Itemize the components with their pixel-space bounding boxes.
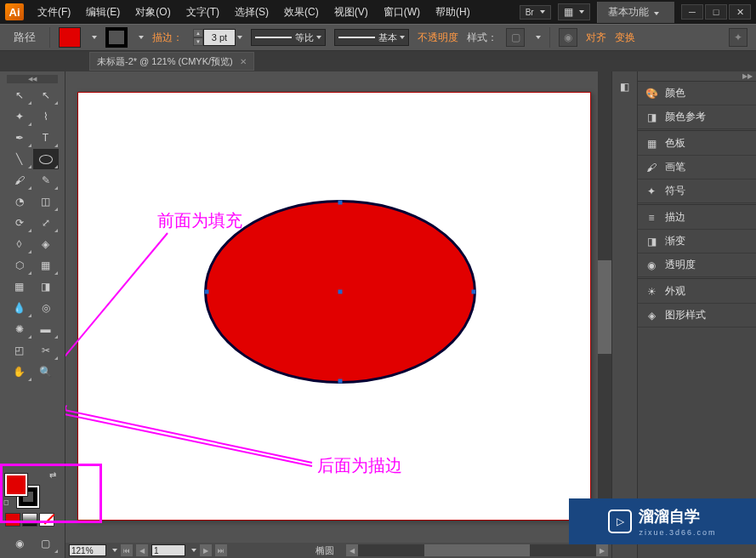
next-page[interactable]: ▶: [200, 544, 212, 556]
prev-page[interactable]: ◀: [136, 544, 148, 556]
panel-stroke[interactable]: ≡ 描边: [638, 206, 756, 230]
horizontal-scrollbar[interactable]: ◀ ▶: [346, 544, 608, 556]
chevron-down-icon[interactable]: [139, 36, 144, 39]
artboard-tool[interactable]: ◰: [7, 340, 32, 361]
menu-file[interactable]: 文件(F): [31, 2, 77, 23]
close-button[interactable]: ✕: [729, 4, 751, 20]
close-icon[interactable]: ✕: [240, 57, 247, 66]
swap-icon[interactable]: ⇄: [49, 470, 56, 480]
brush-dropdown[interactable]: 基本: [334, 29, 409, 46]
anchor-bottom[interactable]: [338, 379, 343, 384]
pencil-tool[interactable]: ✎: [33, 170, 59, 191]
panel-color[interactable]: 🎨 颜色: [638, 82, 756, 105]
style-swatch[interactable]: ▢: [506, 28, 525, 47]
transform-link[interactable]: 变换: [615, 31, 635, 45]
maximize-button[interactable]: □: [705, 4, 727, 20]
zoom-tool[interactable]: 🔍: [33, 362, 59, 382]
default-icon[interactable]: ◻: [3, 498, 9, 506]
direct-selection-tool[interactable]: ↖: [33, 85, 59, 105]
lasso-tool[interactable]: ⌇: [33, 106, 59, 127]
stroke-swatch[interactable]: [105, 27, 128, 48]
none-mode[interactable]: [39, 513, 54, 527]
mesh-tool[interactable]: ▦: [7, 276, 32, 297]
panel-graphic-styles[interactable]: ◈ 图形样式: [638, 304, 756, 327]
panel-collapse[interactable]: ▶▶: [638, 71, 756, 82]
shape-builder-tool[interactable]: ⬡: [7, 255, 32, 276]
rotate-tool[interactable]: ⟳: [7, 213, 32, 233]
scroll-left[interactable]: ◀: [346, 544, 358, 556]
menu-select[interactable]: 选择(S): [228, 2, 276, 23]
panel-appearance[interactable]: ☀ 外观: [638, 280, 756, 304]
fill-color-swatch[interactable]: [5, 474, 27, 496]
opacity-label[interactable]: 不透明度: [418, 31, 458, 45]
chevron-down-icon[interactable]: [112, 549, 117, 552]
chevron-down-icon[interactable]: [191, 549, 196, 552]
chevron-down-icon[interactable]: [92, 36, 97, 39]
canvas-area[interactable]: 前面为填充 后面为描边 ⏮ ◀ ▶ ⏭ 椭圆: [65, 71, 611, 558]
panel-color-guide[interactable]: ◨ 颜色参考: [638, 105, 756, 129]
blend-tool[interactable]: ◎: [33, 298, 59, 318]
scroll-thumb[interactable]: [598, 260, 611, 355]
arrange-dropdown[interactable]: ▦: [558, 3, 590, 20]
type-tool[interactable]: T: [33, 128, 59, 148]
anchor-left[interactable]: [205, 290, 209, 294]
first-page[interactable]: ⏮: [121, 544, 133, 556]
drawing-mode[interactable]: ◉: [7, 533, 32, 554]
menu-type[interactable]: 文字(T): [179, 2, 226, 23]
isolate-button[interactable]: ✦: [729, 28, 747, 47]
paintbrush-tool[interactable]: 🖌: [7, 170, 32, 191]
blob-brush-tool[interactable]: ◔: [7, 191, 32, 212]
last-page[interactable]: ⏭: [215, 544, 227, 556]
collapse-handle[interactable]: ◀◀: [7, 75, 58, 83]
menu-help[interactable]: 帮助(H): [429, 2, 477, 23]
stroke-width-input[interactable]: [203, 29, 236, 46]
panel-symbols[interactable]: ✦ 符号: [638, 179, 756, 203]
magic-wand-tool[interactable]: ✦: [7, 106, 32, 127]
panel-swatches[interactable]: ▦ 色板: [638, 132, 756, 156]
align-link[interactable]: 对齐: [586, 31, 606, 45]
panel-gradient[interactable]: ◨ 渐变: [638, 230, 756, 253]
gradient-mode[interactable]: [22, 513, 37, 527]
scroll-thumb[interactable]: [424, 544, 529, 556]
minimize-button[interactable]: ─: [681, 4, 703, 20]
screen-mode[interactable]: ▢: [33, 533, 59, 554]
panel-brushes[interactable]: 🖌 画笔: [638, 156, 756, 179]
stroke-stepper[interactable]: ▲ ▼: [193, 29, 203, 46]
menu-object[interactable]: 对象(O): [128, 2, 177, 23]
hand-tool[interactable]: ✋: [7, 362, 32, 382]
menu-effect[interactable]: 效果(C): [277, 2, 326, 23]
scroll-right[interactable]: ▶: [596, 544, 608, 556]
chevron-down-icon[interactable]: [536, 36, 541, 39]
center-anchor[interactable]: [338, 290, 343, 294]
anchor-top[interactable]: [338, 201, 343, 205]
panel-transparency[interactable]: ◉ 透明度: [638, 253, 756, 277]
chevron-down-icon[interactable]: ▼: [193, 37, 203, 46]
anchor-right[interactable]: [472, 290, 476, 294]
stroke-label[interactable]: 描边：: [152, 31, 183, 45]
perspective-tool[interactable]: ▦: [33, 255, 59, 276]
recolor-button[interactable]: ◉: [559, 28, 577, 47]
pen-tool[interactable]: ✒: [7, 128, 32, 148]
zoom-input[interactable]: [69, 544, 106, 556]
graph-tool[interactable]: ▬: [33, 319, 59, 339]
selection-tool[interactable]: ↖: [7, 85, 32, 105]
symbol-sprayer-tool[interactable]: ✺: [7, 319, 32, 339]
menu-view[interactable]: 视图(V): [327, 2, 375, 23]
ellipse-tool[interactable]: [33, 149, 59, 169]
doc-tab[interactable]: 未标题-2* @ 121% (CMYK/预览) ✕: [89, 52, 254, 71]
chevron-down-icon[interactable]: [237, 36, 242, 39]
menu-window[interactable]: 窗口(W): [377, 2, 427, 23]
color-mode[interactable]: [5, 513, 20, 527]
fill-swatch[interactable]: [59, 27, 81, 48]
ellipse-shape[interactable]: [204, 200, 476, 384]
page-input[interactable]: [151, 544, 185, 556]
width-tool[interactable]: ◊: [7, 234, 32, 254]
gradient-tool[interactable]: ◨: [33, 276, 59, 297]
strip-button[interactable]: ◧: [615, 77, 635, 97]
eyedropper-tool[interactable]: 💧: [7, 298, 32, 318]
free-transform-tool[interactable]: ◈: [33, 234, 59, 254]
scale-tool[interactable]: ⤢: [33, 213, 59, 233]
line-tool[interactable]: ╲: [7, 149, 32, 169]
vertical-scrollbar[interactable]: [598, 71, 611, 543]
workspace-dropdown[interactable]: 基本功能: [597, 2, 674, 23]
